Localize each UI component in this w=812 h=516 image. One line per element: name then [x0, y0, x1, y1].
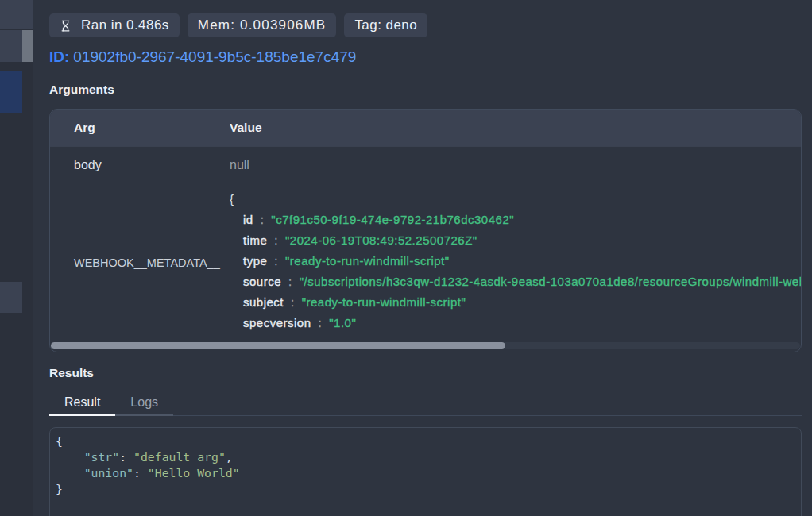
results-tabs: ResultLogs [49, 395, 802, 416]
code-value-union: "Hello World" [148, 466, 240, 479]
job-id-value[interactable]: 01902fb0-2967-4091-9b5c-185be1e7c479 [73, 48, 356, 65]
object-open-brace: { [230, 189, 801, 210]
memory-badge: Mem: 0.003906MB [188, 13, 337, 37]
code-open-brace: { [56, 434, 63, 448]
arg-name-body: body [50, 158, 230, 172]
object-value-time: "2024-06-19T08:49:52.2500726Z" [285, 233, 478, 247]
results-section-title: Results [49, 366, 802, 379]
arg-name-webhook-metadata: WEBHOOK__METADATA__ [50, 183, 230, 341]
tag-badge: Tag: deno [344, 13, 427, 37]
object-value-id: "c7f91c50-9f19-474e-9792-21b76dc30462" [271, 213, 514, 226]
object-entry-subject: subject:"ready-to-run-windmill-script" [230, 292, 801, 313]
duration-badge-label: Ran in 0.486s [81, 17, 169, 33]
object-colon: : [288, 275, 292, 288]
tab-logs[interactable]: Logs [115, 395, 173, 416]
table-horizontal-scrollbar [50, 341, 801, 352]
object-colon: : [274, 254, 278, 268]
job-stats-badges: Ran in 0.486s Mem: 0.003906MB Tag: deno [49, 13, 802, 37]
object-key-source[interactable]: source [243, 275, 281, 288]
value-column-header: Value [230, 121, 801, 135]
code-separator: : [119, 450, 133, 464]
object-entry-id: id:"c7f91c50-9f19-474e-9792-21b76dc30462… [230, 210, 801, 230]
arguments-section-title: Arguments [49, 83, 802, 96]
sidebar-menu-item-top[interactable] [0, 30, 22, 62]
object-value-type: "ready-to-run-windmill-script" [285, 254, 450, 268]
webhook-metadata-object-viewer: { id:"c7f91c50-9f19-474e-9792-21b76dc304… [230, 183, 801, 333]
sidebar-menu-item-selected[interactable] [0, 71, 22, 113]
code-indent [56, 450, 84, 464]
object-colon: : [274, 233, 278, 247]
code-key-str: "str" [84, 450, 120, 464]
sidebar-menu-item-lower[interactable] [0, 282, 22, 313]
sidebar-scrollbar-thumb[interactable] [22, 30, 33, 62]
sidebar-workspace-header[interactable] [0, 0, 33, 29]
job-id-line: ID:01902fb0-2967-4091-9b5c-185be1e7c479 [49, 48, 802, 66]
arguments-table-header: Arg Value [50, 110, 801, 146]
object-entry-type: type:"ready-to-run-windmill-script" [230, 251, 801, 271]
object-value-source: "/subscriptions/h3c3qw-d1232-4asdk-9easd… [300, 275, 801, 288]
object-entry-specversion: specversion:"1.0" [230, 313, 801, 333]
tag-badge-label: Tag: deno [354, 17, 417, 33]
object-key-subject[interactable]: subject [243, 295, 284, 309]
job-run-detail-panel: Ran in 0.486s Mem: 0.003906MB Tag: deno … [34, 0, 812, 516]
object-value-specversion: "1.0" [329, 316, 356, 329]
code-separator: : [133, 466, 148, 479]
arg-column-header: Arg [50, 121, 230, 135]
object-key-id[interactable]: id [243, 213, 253, 226]
object-colon: : [319, 316, 323, 329]
object-entry-source: source:"/subscriptions/h3c3qw-d1232-4asd… [230, 271, 801, 292]
table-row-webhook-metadata: WEBHOOK__METADATA__ { id:"c7f91c50-9f19-… [50, 183, 801, 341]
object-key-time[interactable]: time [243, 233, 267, 247]
object-colon: : [291, 295, 295, 309]
code-key-union: "union" [84, 466, 133, 479]
code-comma: , [226, 450, 233, 464]
tab-result[interactable]: Result [49, 395, 115, 416]
arguments-table: Arg Value body null WEBHOOK__METADATA__ … [49, 109, 802, 352]
result-json-code-block: { "str": "default arg", "union": "Hello … [49, 427, 802, 516]
code-value-str: "default arg" [133, 450, 226, 464]
scrollbar-thumb[interactable] [51, 342, 505, 349]
object-colon: : [261, 213, 265, 226]
arg-value-body: null [230, 158, 801, 172]
duration-badge: Ran in 0.486s [49, 13, 180, 37]
object-value-subject: "ready-to-run-windmill-script" [302, 295, 466, 309]
job-id-label: ID: [49, 48, 69, 65]
sidebar [0, 0, 33, 516]
object-entry-time: time:"2024-06-19T08:49:52.2500726Z" [230, 230, 801, 251]
object-key-type[interactable]: type [243, 254, 267, 268]
code-close-brace: } [56, 482, 63, 495]
code-indent [56, 466, 84, 479]
table-row-body-arg: body null [50, 146, 801, 183]
hourglass-icon [60, 20, 72, 32]
memory-badge-label: Mem: 0.003906MB [198, 17, 327, 33]
object-key-specversion[interactable]: specversion [243, 316, 311, 329]
